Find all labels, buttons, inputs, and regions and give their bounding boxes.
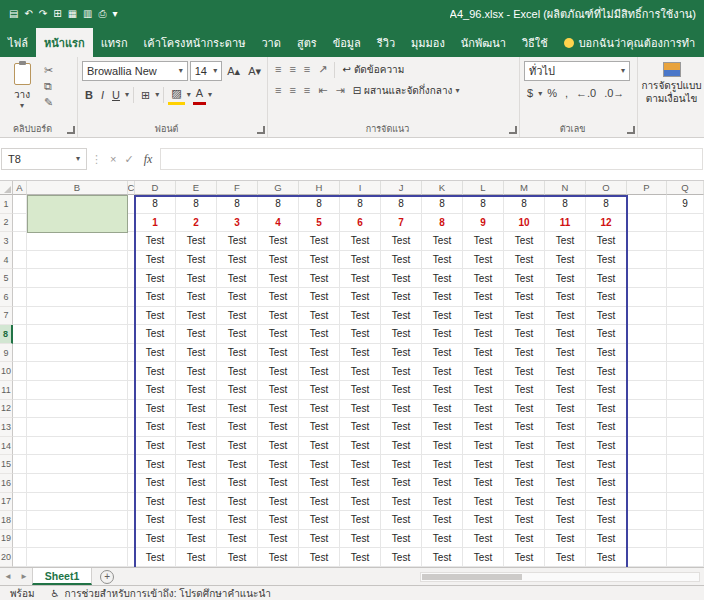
cell-M16[interactable]: Test xyxy=(504,474,545,493)
cell-D5[interactable]: Test xyxy=(135,269,176,288)
cell-O13[interactable]: Test xyxy=(586,418,627,437)
currency-format-button[interactable]: $ xyxy=(524,85,536,102)
redo-icon[interactable]: ↷ xyxy=(36,0,50,28)
tab-insert[interactable]: แทรก xyxy=(93,28,136,57)
cell-M20[interactable]: Test xyxy=(504,548,545,567)
cell-J11[interactable]: Test xyxy=(381,381,422,400)
cell-L11[interactable]: Test xyxy=(463,381,504,400)
column-header-E[interactable]: E xyxy=(176,181,217,195)
cell-G1[interactable]: 8 xyxy=(258,195,299,214)
cell-L2[interactable]: 9 xyxy=(463,214,504,233)
cell-Q5[interactable] xyxy=(667,269,704,288)
copy-icon[interactable]: ⧉ xyxy=(44,80,53,92)
cell-A15[interactable] xyxy=(13,455,27,474)
cell-B7[interactable] xyxy=(27,307,128,326)
cell-G18[interactable]: Test xyxy=(258,511,299,530)
cell-Q12[interactable] xyxy=(667,400,704,419)
column-header-F[interactable]: F xyxy=(217,181,258,195)
cell-Q19[interactable] xyxy=(667,530,704,549)
cell-J14[interactable]: Test xyxy=(381,437,422,456)
cell-D4[interactable]: Test xyxy=(135,251,176,270)
cell-N3[interactable]: Test xyxy=(545,232,586,251)
cell-C4[interactable] xyxy=(128,251,135,270)
cell-N18[interactable]: Test xyxy=(545,511,586,530)
row-header-18[interactable]: 18 xyxy=(0,511,13,530)
cell-N15[interactable]: Test xyxy=(545,455,586,474)
horizontal-scrollbar-thumb[interactable] xyxy=(422,574,522,580)
cell-M15[interactable]: Test xyxy=(504,455,545,474)
row-header-4[interactable]: 4 xyxy=(0,251,13,270)
cell-A4[interactable] xyxy=(13,251,27,270)
cell-F8[interactable]: Test xyxy=(217,325,258,344)
column-header-M[interactable]: M xyxy=(504,181,545,195)
row-header-1[interactable]: 1 xyxy=(0,195,13,214)
cell-I9[interactable]: Test xyxy=(340,344,381,363)
cell-I15[interactable]: Test xyxy=(340,455,381,474)
cell-C12[interactable] xyxy=(128,400,135,419)
conditional-formatting-button[interactable]: การจัดรูปแบบ ตามเงื่อนไข xyxy=(642,61,701,105)
cell-F17[interactable]: Test xyxy=(217,493,258,512)
cell-Q6[interactable] xyxy=(667,288,704,307)
cell-E14[interactable]: Test xyxy=(176,437,217,456)
cell-F1[interactable]: 8 xyxy=(217,195,258,214)
cell-M4[interactable]: Test xyxy=(504,251,545,270)
row-header-2[interactable]: 2 xyxy=(0,214,13,233)
cell-Q2[interactable] xyxy=(667,214,704,233)
cell-E10[interactable]: Test xyxy=(176,362,217,381)
cell-B18[interactable] xyxy=(27,511,128,530)
insert-function-button[interactable]: fx xyxy=(138,152,159,167)
cell-A8[interactable] xyxy=(13,325,27,344)
cell-P2[interactable] xyxy=(627,214,667,233)
cell-Q14[interactable] xyxy=(667,437,704,456)
cell-D17[interactable]: Test xyxy=(135,493,176,512)
cell-P3[interactable] xyxy=(627,232,667,251)
cell-J15[interactable]: Test xyxy=(381,455,422,474)
cell-H17[interactable]: Test xyxy=(299,493,340,512)
cell-C3[interactable] xyxy=(128,232,135,251)
cell-O20[interactable]: Test xyxy=(586,548,627,567)
cell-A1[interactable] xyxy=(13,195,27,214)
number-dialog-launcher[interactable] xyxy=(627,126,635,134)
cell-F14[interactable]: Test xyxy=(217,437,258,456)
cell-N8[interactable]: Test xyxy=(545,325,586,344)
borders-button[interactable]: ⊞ xyxy=(138,87,153,104)
cell-L3[interactable]: Test xyxy=(463,232,504,251)
tab-file[interactable]: ไฟล์ xyxy=(0,28,36,57)
cell-C19[interactable] xyxy=(128,530,135,549)
row-header-17[interactable]: 17 xyxy=(0,493,13,512)
cell-I19[interactable]: Test xyxy=(340,530,381,549)
cell-C11[interactable] xyxy=(128,381,135,400)
cell-P16[interactable] xyxy=(627,474,667,493)
cell-C10[interactable] xyxy=(128,362,135,381)
cell-I12[interactable]: Test xyxy=(340,400,381,419)
cell-K16[interactable]: Test xyxy=(422,474,463,493)
grow-font-button[interactable]: A▴ xyxy=(224,63,243,80)
row-header-13[interactable]: 13 xyxy=(0,418,13,437)
cell-I20[interactable]: Test xyxy=(340,548,381,567)
tell-me-box[interactable]: บอกฉันว่าคุณต้องการทำ xyxy=(558,28,701,57)
cell-K20[interactable]: Test xyxy=(422,548,463,567)
cell-N4[interactable]: Test xyxy=(545,251,586,270)
sheet-nav-left-icon[interactable]: ◄ xyxy=(0,572,16,581)
cell-J8[interactable]: Test xyxy=(381,325,422,344)
row-header-9[interactable]: 9 xyxy=(0,344,13,363)
cell-B17[interactable] xyxy=(27,493,128,512)
cell-E2[interactable]: 2 xyxy=(176,214,217,233)
cell-I10[interactable]: Test xyxy=(340,362,381,381)
cell-C1[interactable] xyxy=(128,195,135,214)
grid-icon[interactable]: ⊞ xyxy=(50,0,64,28)
cell-C7[interactable] xyxy=(128,307,135,326)
column-header-J[interactable]: J xyxy=(381,181,422,195)
cell-L20[interactable]: Test xyxy=(463,548,504,567)
cell-O16[interactable]: Test xyxy=(586,474,627,493)
cell-O14[interactable]: Test xyxy=(586,437,627,456)
row-header-16[interactable]: 16 xyxy=(0,474,13,493)
cell-J1[interactable]: 8 xyxy=(381,195,422,214)
cell-M5[interactable]: Test xyxy=(504,269,545,288)
cell-N2[interactable]: 11 xyxy=(545,214,586,233)
cell-J18[interactable]: Test xyxy=(381,511,422,530)
cell-C6[interactable] xyxy=(128,288,135,307)
cell-H7[interactable]: Test xyxy=(299,307,340,326)
cell-M17[interactable]: Test xyxy=(504,493,545,512)
cell-L12[interactable]: Test xyxy=(463,400,504,419)
